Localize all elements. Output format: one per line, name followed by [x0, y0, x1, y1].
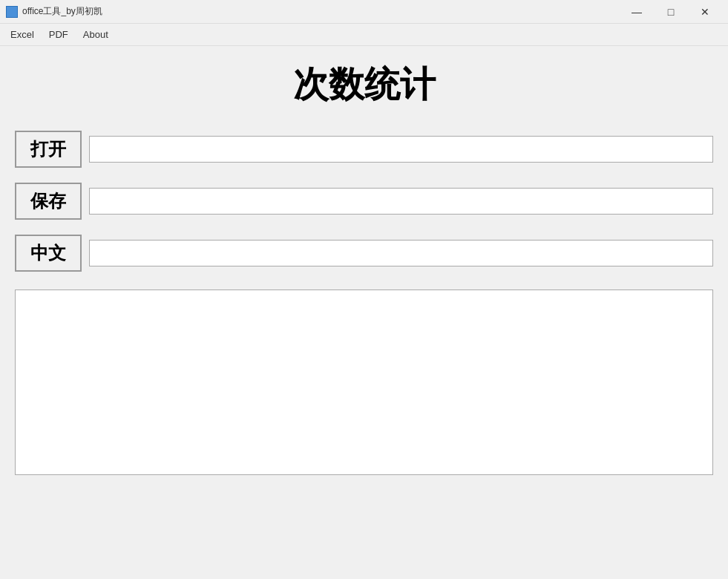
menu-bar: Excel PDF About	[0, 24, 728, 46]
textarea-container	[15, 290, 713, 564]
app-icon	[6, 6, 18, 18]
open-button[interactable]: 打开	[15, 131, 82, 168]
main-textarea[interactable]	[15, 290, 713, 475]
save-button[interactable]: 保存	[15, 183, 82, 220]
chinese-button[interactable]: 中文	[15, 235, 82, 272]
title-bar: office工具_by周初凯 — □ ✕	[0, 0, 728, 24]
menu-item-pdf[interactable]: PDF	[42, 26, 76, 43]
close-button[interactable]: ✕	[688, 0, 722, 24]
window-title: office工具_by周初凯	[22, 5, 102, 18]
main-content: 次数统计 打开 保存 中文	[0, 46, 728, 579]
title-bar-left: office工具_by周初凯	[6, 5, 102, 18]
chinese-row: 中文	[15, 235, 713, 272]
chinese-input[interactable]	[89, 240, 713, 266]
maximize-button[interactable]: □	[654, 0, 688, 24]
open-input[interactable]	[89, 136, 713, 163]
page-title: 次数统计	[15, 61, 713, 108]
save-row: 保存	[15, 183, 713, 220]
open-row: 打开	[15, 131, 713, 168]
minimize-button[interactable]: —	[620, 0, 654, 24]
menu-item-about[interactable]: About	[76, 26, 116, 43]
title-bar-controls: — □ ✕	[620, 0, 722, 24]
menu-item-excel[interactable]: Excel	[3, 26, 42, 43]
save-input[interactable]	[89, 188, 713, 215]
